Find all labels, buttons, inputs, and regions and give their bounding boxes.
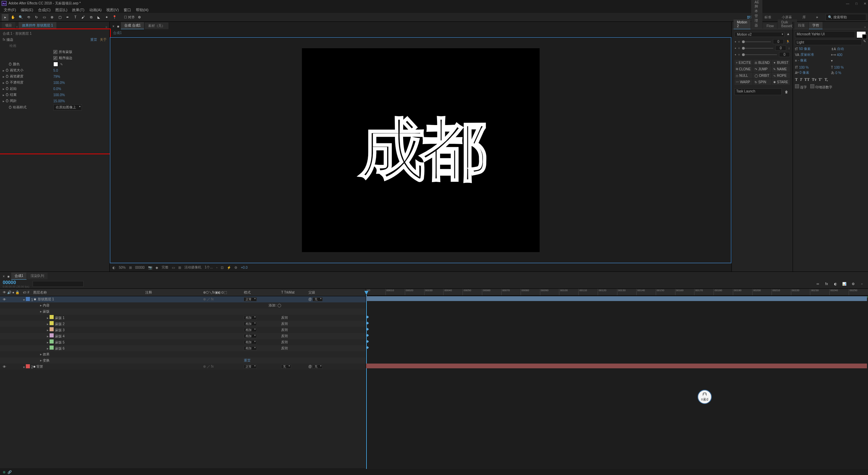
text-color-swatch[interactable] — [856, 31, 866, 38]
task-launch-dd[interactable]: Task Launch — [735, 88, 782, 95]
vscale[interactable]: 100 % — [799, 66, 809, 69]
tl-lock-icon[interactable]: × — [2, 274, 6, 279]
mode-dd[interactable]: 正常 — [244, 297, 257, 301]
vc-exposure-icon[interactable]: ⚙ — [234, 266, 237, 269]
tab-close-icon[interactable]: × — [16, 25, 18, 29]
tab-scripts[interactable]: AE脚本管理器 — [751, 0, 762, 29]
tab-comp1[interactable]: 合成 合成1 — [121, 22, 144, 29]
snap-opts[interactable]: ⚙ — [136, 14, 143, 21]
menu-window[interactable]: 窗口 — [122, 7, 133, 13]
tab-effect-controls[interactable]: 效果控件 形状图层 1 — [19, 22, 56, 29]
pickwhip-icon[interactable]: @ — [308, 365, 312, 368]
motion-btn-stare[interactable]: ✱STARE — [772, 79, 790, 85]
keyframe[interactable] — [366, 322, 369, 324]
col-trkmat[interactable]: T TrkMat — [281, 291, 308, 294]
tab-character[interactable]: 字符 — [809, 22, 822, 29]
selection-tool[interactable]: ▸ — [2, 14, 8, 21]
roto-tool[interactable]: ✦ — [103, 14, 110, 21]
keyframe[interactable] — [366, 340, 369, 343]
menu-help[interactable]: 帮助(H) — [134, 7, 150, 13]
pickwhip-icon[interactable]: @ — [308, 297, 312, 301]
col-switches[interactable]: ⊕⬡＼fx▣◐⊙⬚ — [203, 290, 244, 295]
slider2-prev[interactable]: ◂ — [735, 47, 736, 50]
layer-row[interactable]: ▸ 蒙版 2相加反转 — [0, 321, 366, 327]
rotate-tool[interactable]: ↻ — [33, 14, 40, 21]
ts-smallcaps[interactable]: Tт — [812, 77, 816, 82]
prop-style-dropdown[interactable]: 在原始图像上 — [53, 104, 82, 110]
help-search[interactable]: 🔍 搜索帮助 — [826, 14, 866, 21]
maximize-button[interactable]: □ — [855, 2, 857, 5]
hand-tool[interactable]: ✋ — [10, 14, 16, 21]
layer-row[interactable]: 👁▾ 1★ 形状图层 1⊕ ／ fx正常@ 无 — [0, 296, 366, 302]
slider3-track[interactable] — [742, 54, 777, 55]
slider3-handle[interactable]: ○ — [738, 53, 740, 56]
minimize-button[interactable]: — — [846, 2, 849, 5]
tl-3d-icon[interactable]: ▫ — [858, 281, 865, 287]
text-tool[interactable]: T — [72, 14, 79, 21]
vc-snapshot-icon[interactable]: 📷 — [148, 266, 152, 269]
mask-mode-dd[interactable]: 相加 — [244, 316, 257, 320]
vc-grid-icon[interactable]: ⊞ — [178, 266, 181, 269]
tl-draft-icon[interactable]: ⚙ — [850, 281, 856, 287]
menu-layer[interactable]: 图层(L) — [53, 7, 69, 13]
motion-btn-rope[interactable]: ∿ROPE — [772, 73, 790, 78]
stroke[interactable]: - 像素 — [798, 58, 807, 63]
layer-row[interactable]: ▸ 内容添加: ◯ — [0, 302, 366, 309]
layer-row[interactable]: ▸ 蒙版 4相加反转 — [0, 333, 366, 339]
footer-icon1[interactable]: ⊕ — [3, 470, 5, 474]
workspace-small[interactable]: 小屏幕 — [779, 15, 795, 20]
mask-mode-dd[interactable]: 相加 — [244, 328, 257, 332]
col-visibility-icon[interactable]: 👁 — [3, 291, 6, 294]
eraser-tool[interactable]: ◣ — [95, 14, 102, 21]
prop-end-value[interactable]: 100.0% — [53, 93, 65, 97]
col-lock-icon[interactable]: 🔒 — [15, 291, 19, 294]
keyframe[interactable] — [366, 346, 369, 349]
puppet-tool[interactable]: 📍 — [111, 14, 118, 21]
effect-reset[interactable]: 重置 — [90, 38, 97, 41]
vc-views[interactable]: 1个... — [205, 265, 213, 270]
slider3-value[interactable]: 0 — [779, 52, 790, 57]
font-style-dd[interactable]: Light — [795, 39, 862, 45]
keyframe[interactable] — [366, 328, 369, 331]
prop-spacing-value[interactable]: 15.00% — [53, 99, 65, 103]
col-name[interactable]: 图层名称 — [33, 290, 145, 295]
tl-graph-icon[interactable]: 📊 — [841, 281, 848, 287]
font-size[interactable]: 50 像素 — [799, 47, 811, 51]
prop-opacity-value[interactable]: 100.0% — [53, 81, 65, 85]
layer-row[interactable]: ▸ 蒙版 1相加反转 — [0, 315, 366, 321]
visibility-toggle[interactable]: 👁 — [3, 365, 6, 369]
tl-shy-icon[interactable]: ⬄ — [814, 281, 821, 287]
vc-pixel-icon[interactable]: ⊡ — [221, 266, 223, 269]
orbit-tool[interactable]: ⟲ — [25, 14, 32, 21]
keyframe[interactable] — [366, 316, 369, 318]
anchor-tool[interactable]: ⊕ — [49, 14, 55, 21]
eyedropper-icon[interactable]: ✎ — [60, 63, 63, 66]
menu-animation[interactable]: 动画(A) — [87, 7, 104, 13]
prop-start-value[interactable]: 0.0% — [53, 87, 61, 91]
camera-tool[interactable]: ▭ — [41, 14, 48, 21]
pen-tool[interactable]: ✒ — [64, 14, 71, 21]
vc-3d-icon[interactable]: ▫ — [216, 266, 218, 269]
layer-row[interactable]: ▸ 蒙版 3相加反转 — [0, 327, 366, 333]
prop-color-value[interactable] — [53, 62, 58, 67]
tl-fx-icon[interactable]: fx — [823, 281, 830, 287]
motion-btn-warp[interactable]: 〰WARP — [735, 79, 753, 85]
footer-icon2[interactable]: 🔗 — [7, 470, 12, 474]
twirl-end[interactable]: ▸ — [3, 93, 4, 97]
motion-btn-blend[interactable]: ⚖BLEND — [753, 60, 771, 66]
effect-about[interactable]: 关于 — [100, 38, 107, 41]
ts-caps[interactable]: TT — [804, 77, 810, 82]
menu-edit[interactable]: 编辑(E) — [19, 7, 35, 13]
prop-hardness-value[interactable]: 79% — [53, 75, 60, 78]
ts-italic[interactable]: T — [800, 77, 802, 82]
vc-channel-icon[interactable]: ◆ — [156, 266, 158, 269]
motion-btn-excite[interactable]: +EXCITE — [735, 60, 753, 66]
snap-checkbox[interactable]: ☐ — [124, 15, 127, 19]
twirl-brush-size[interactable]: ▸ — [3, 69, 4, 72]
time-ruler[interactable]: 0000010000200003000040000500006000070000… — [366, 289, 868, 296]
tab-render-queue[interactable]: 渲染队列 — [27, 272, 48, 279]
leading[interactable]: 自动 — [837, 47, 844, 51]
comp-breadcrumb[interactable]: 合成1 — [110, 29, 731, 37]
twirl-hardness[interactable]: ▸ — [3, 75, 4, 78]
layer-row[interactable]: ▸ 效果 — [0, 351, 366, 357]
